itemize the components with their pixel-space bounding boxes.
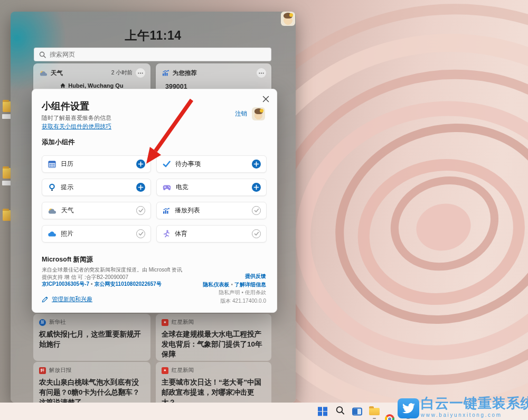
ms-news-source-title: Microsoft 新闻源 xyxy=(42,255,93,264)
twitter-bird-icon xyxy=(402,402,416,415)
widget-settings-dialog: 小组件设置 随时了解最喜爱服务的信息 获取有关小组件的使用技巧 注销 添加小组件… xyxy=(32,89,277,313)
jiefang-daily-logo-icon: 解 xyxy=(39,367,46,374)
search-input[interactable] xyxy=(50,51,266,58)
news-source: 红星新闻 xyxy=(172,319,194,326)
avatar-flower xyxy=(289,13,293,17)
redstar-logo-icon: ★ xyxy=(162,367,168,374)
learn-more-link[interactable]: 了解详细信息 xyxy=(234,282,266,287)
widget-label: 照片 xyxy=(61,229,73,238)
widget-label: 体育 xyxy=(175,229,187,238)
recommended-widget-title: 为您推荐 xyxy=(173,69,197,77)
chrome-icon[interactable] xyxy=(385,414,394,420)
added-check-icon[interactable] xyxy=(252,206,261,215)
gongan-link[interactable]: 京公网安11010802022657号 xyxy=(95,281,162,287)
widget-grid: 日历 待办事项 提示 xyxy=(42,155,267,242)
dialog-subtitle: 随时了解最喜爱服务的信息 xyxy=(42,114,111,122)
add-widget-icon[interactable] xyxy=(136,160,145,169)
dialog-footer-links: 提供反馈 隐私仪表板•了解详细信息 隐私声明•使用条款 版本 421.17400… xyxy=(203,272,266,305)
taskbar-search-icon[interactable] xyxy=(336,406,345,417)
news-source: 新华社 xyxy=(49,319,66,326)
widget-label: 播放列表 xyxy=(175,206,200,215)
start-button[interactable] xyxy=(318,407,327,416)
sign-out-link[interactable]: 注销 xyxy=(235,110,247,118)
screen: 上午11:14 天气 2 小时前 xyxy=(0,0,528,420)
version-label: 版本 421.17400.0.0 xyxy=(220,298,266,304)
license-line: 提供支持 增 信 可 :合字B2-20090007 xyxy=(42,274,128,281)
manage-news-interests-link[interactable]: 管理新闻和兴趣 xyxy=(42,295,92,303)
news-card[interactable]: 解 解放日报 农夫山泉白桃味气泡水到底有没有问题？0糖0卡为什么总翻车？这篇说清… xyxy=(33,362,150,403)
playlist-chart-icon xyxy=(163,208,170,214)
widget-row-esports[interactable]: 电竞 xyxy=(156,179,267,196)
news-headline: 主要城市次日达！“老大哥”中国邮政宣布提速，对哪家冲击更大？ xyxy=(162,377,266,403)
add-widget-icon[interactable] xyxy=(252,160,261,169)
search-icon xyxy=(39,51,46,58)
news-card[interactable]: ★ 红星新闻 主要城市次日达！“老大哥”中国邮政宣布提速，对哪家冲击更大？ xyxy=(156,362,271,403)
watermark-title: 白云一键重装系统 xyxy=(421,394,528,413)
privacy-statement-link[interactable]: 隐私声明 xyxy=(219,290,240,295)
file-explorer-icon[interactable] xyxy=(369,408,380,415)
account-avatar[interactable] xyxy=(252,107,265,120)
watermark-url: www.baiyunxitong.com xyxy=(421,412,528,418)
avatar-flower xyxy=(260,109,263,113)
news-headline: 权威快报|七月，这些重要新规开始施行 xyxy=(39,329,145,349)
news-card[interactable]: ★ 红星新闻 全球在建规模最大水电工程投产发电背后：气象部门提供了10年保障 xyxy=(156,314,271,361)
user-avatar[interactable] xyxy=(281,12,295,26)
close-icon[interactable] xyxy=(260,93,271,105)
runner-icon xyxy=(163,230,170,238)
widget-row-playlist[interactable]: 播放列表 xyxy=(156,202,267,219)
redstar-logo-icon: ★ xyxy=(162,319,168,326)
running-app-indicator xyxy=(388,418,391,419)
weather-cloud-icon xyxy=(48,208,56,214)
privacy-dashboard-link[interactable]: 隐私仪表板 xyxy=(203,282,229,287)
weather-cloud-icon xyxy=(40,70,48,76)
added-check-icon[interactable] xyxy=(136,206,145,215)
todo-check-icon xyxy=(163,161,171,167)
add-widget-icon[interactable] xyxy=(252,183,261,192)
widget-row-calendar[interactable]: 日历 xyxy=(42,155,151,173)
weather-more-menu-icon[interactable] xyxy=(136,68,145,78)
xinhua-logo-icon: 新 xyxy=(39,319,46,326)
task-view-icon[interactable] xyxy=(352,407,362,415)
running-app-indicator xyxy=(373,418,376,419)
news-card[interactable]: 新 新华社 权威快报|七月，这些重要新规开始施行 xyxy=(33,314,150,361)
added-check-icon[interactable] xyxy=(252,229,261,238)
widget-row-todo[interactable]: 待办事项 xyxy=(156,155,267,173)
widget-tips-link[interactable]: 获取有关小组件的使用技巧 xyxy=(42,123,111,130)
widget-row-photos[interactable]: 照片 xyxy=(42,225,151,242)
news-source: 解放日报 xyxy=(49,367,71,374)
news-source-description: 来自全球最佳记者的突发新闻和深度报道。由 Microsoft 资讯 xyxy=(42,266,182,274)
feedback-link[interactable]: 提供反馈 xyxy=(245,273,266,279)
tips-balloon-icon xyxy=(48,183,56,191)
weather-widget-title: 天气 xyxy=(51,69,63,77)
web-search-bar[interactable] xyxy=(34,48,271,61)
home-location-icon xyxy=(60,83,65,88)
news-headline: 全球在建规模最大水电工程投产发电背后：气象部门提供了10年保障 xyxy=(162,329,266,359)
photos-cloud-icon xyxy=(48,231,56,237)
dialog-title: 小组件设置 xyxy=(42,100,89,113)
widget-row-sports[interactable]: 体育 xyxy=(156,225,267,242)
twitter-app-icon[interactable] xyxy=(398,398,419,418)
widget-row-weather[interactable]: 天气 xyxy=(42,202,151,219)
widget-label: 电竞 xyxy=(176,183,188,192)
add-widget-icon[interactable] xyxy=(136,183,145,192)
news-source: 红星新闻 xyxy=(172,367,194,374)
gamepad-icon xyxy=(163,184,171,191)
news-headline: 农夫山泉白桃味气泡水到底有没有问题？0糖0卡为什么总翻车？这篇说清楚了 xyxy=(39,377,145,403)
widget-row-tips[interactable]: 提示 xyxy=(42,179,151,196)
trend-chart-icon xyxy=(162,70,169,76)
terms-link[interactable]: 使用条款 xyxy=(245,290,266,295)
added-check-icon[interactable] xyxy=(136,229,145,238)
widget-label: 待办事项 xyxy=(175,160,201,169)
weather-updated-time: 2 小时前 xyxy=(111,69,133,77)
add-widgets-section-label: 添加小组件 xyxy=(42,138,75,147)
site-watermark: 白云一键重装系统 www.baiyunxitong.com xyxy=(421,394,528,418)
recommended-more-menu-icon[interactable] xyxy=(257,68,266,78)
widget-label: 提示 xyxy=(61,183,73,192)
widget-label: 天气 xyxy=(61,206,74,215)
calendar-icon xyxy=(48,160,56,168)
panel-clock: 上午11:14 xyxy=(11,27,296,44)
weather-location: Hubei, Wuchang Qu xyxy=(68,82,123,89)
icp-link[interactable]: 京ICP10036305号-7 xyxy=(42,281,89,287)
pencil-icon xyxy=(42,296,48,303)
widget-label: 日历 xyxy=(61,160,73,169)
